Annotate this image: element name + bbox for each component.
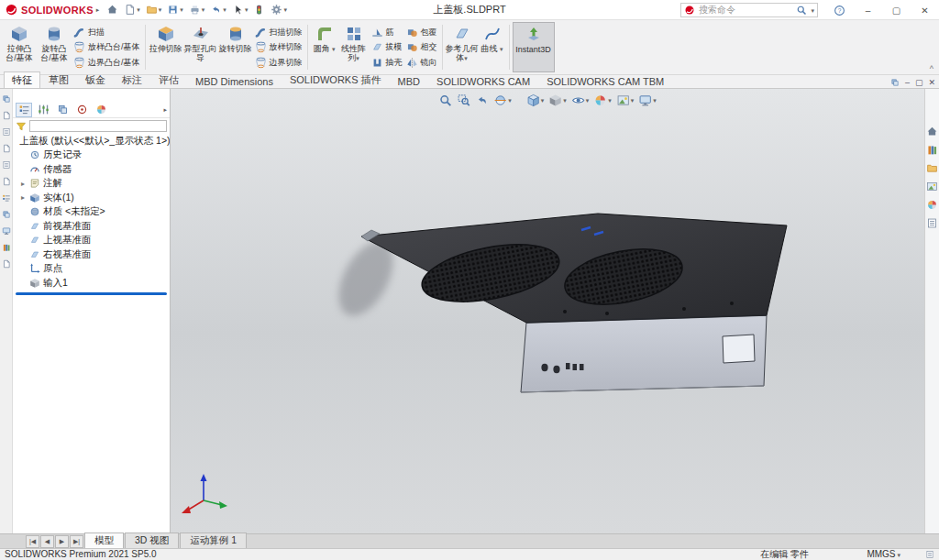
left-strip-icon[interactable] [2, 226, 11, 236]
display-style-button[interactable]: ▾ [548, 93, 567, 107]
left-strip-icon[interactable] [2, 111, 11, 120]
new-document-button[interactable]: ▾ [121, 1, 143, 19]
unit-system-selector[interactable]: MMGS ▾ [867, 549, 900, 560]
tab-evaluate[interactable]: 评估 [150, 71, 187, 88]
open-button[interactable]: ▾ [143, 1, 165, 19]
tab-display-manager[interactable] [93, 103, 109, 117]
left-strip-icon[interactable] [2, 144, 11, 153]
print-button[interactable]: ▾ [186, 1, 208, 19]
tree-item-right-plane[interactable]: 右视基准面 [13, 247, 170, 262]
options-button[interactable]: ▾ [268, 1, 290, 19]
graphics-area[interactable]: ▾ ▾ ▾ ▾ ▾ ▾ ▾ [171, 89, 924, 533]
expand-caret-icon[interactable]: ▸ [19, 193, 27, 202]
boundary-cut-button[interactable]: 边界切除 [255, 55, 303, 70]
curves-button[interactable]: 曲线 ▾ [479, 22, 506, 72]
maximize-button[interactable]: ▢ [882, 0, 911, 20]
appearances-icon[interactable] [926, 199, 938, 211]
tree-root-item[interactable]: 上盖板 (默认<<默认>_显示状态 1>) [13, 134, 170, 148]
tab-sheet-metal[interactable]: 钣金 [77, 71, 114, 88]
tree-item-origin[interactable]: 原点 [13, 262, 170, 277]
intersect-button[interactable]: 相交 [406, 40, 437, 55]
extrude-cut-button[interactable]: 拉伸切除 [149, 22, 183, 72]
view-palette-icon[interactable] [926, 181, 938, 192]
minimize-button[interactable]: – [854, 0, 882, 20]
doc-minimize-icon[interactable]: – [905, 78, 910, 87]
chevron-right-icon[interactable]: ▸ [163, 106, 167, 113]
collapse-ribbon-icon[interactable]: ^ [930, 64, 933, 73]
tab-mbd[interactable]: MBD [390, 74, 428, 88]
zoom-to-fit-button[interactable] [438, 93, 452, 107]
linear-pattern-button[interactable]: 线性阵列▾ [338, 22, 370, 72]
zoom-to-area-button[interactable] [457, 93, 470, 107]
doc-restore-icon[interactable]: ▢ [915, 78, 923, 87]
model-top-face[interactable] [361, 214, 787, 323]
custom-properties-icon[interactable] [926, 217, 938, 229]
model-viewport[interactable] [171, 89, 924, 533]
revolve-boss-button[interactable]: 旋转凸台/基体 [37, 22, 72, 72]
sweep-button[interactable]: 扫描 [73, 25, 140, 39]
instant3d-button[interactable]: Instant3D [513, 22, 555, 72]
close-button[interactable]: ✕ [911, 0, 939, 20]
tree-item-front-plane[interactable]: 前视基准面 [13, 219, 170, 234]
design-library-icon[interactable] [926, 144, 938, 156]
wrap-button[interactable]: 包覆 [406, 25, 437, 39]
tree-item-imported1[interactable]: 输入1 [13, 276, 170, 291]
tree-item-sensors[interactable]: 传感器 [13, 162, 170, 177]
left-strip-icon[interactable] [2, 177, 11, 186]
edit-appearance-button[interactable]: ▾ [593, 93, 612, 107]
tab-markup[interactable]: 标注 [114, 71, 150, 88]
tab-featuremanager-tree[interactable] [16, 103, 32, 117]
tab-configuration-manager[interactable] [54, 103, 71, 117]
hide-show-items-button[interactable]: ▾ [571, 93, 590, 107]
help-button[interactable] [825, 0, 854, 20]
tab-solidworks-addins[interactable]: SOLIDWORKS 插件 [282, 71, 390, 88]
prev-tab-button[interactable]: ◀ [40, 535, 54, 548]
fillet-button[interactable]: 圆角 ▾ [311, 22, 338, 72]
rollback-bar[interactable] [16, 292, 167, 295]
chevron-down-icon[interactable]: ▾ [811, 7, 814, 14]
tab-solidworks-cam[interactable]: SOLIDWORKS CAM [428, 74, 538, 88]
left-strip-icon[interactable] [2, 160, 11, 170]
doc-close-icon[interactable]: ✕ [928, 78, 935, 87]
left-strip-icon[interactable] [2, 243, 11, 252]
left-strip-icon[interactable] [2, 127, 11, 137]
last-tab-button[interactable]: ▶| [70, 535, 83, 548]
section-view-button[interactable]: ▾ [493, 93, 512, 107]
tab-dimxpert-manager[interactable] [73, 103, 90, 117]
left-strip-icon[interactable] [2, 193, 11, 203]
loft-boss-button[interactable]: 放样凸台/基体 [73, 40, 140, 55]
sweep-cut-button[interactable]: 扫描切除 [255, 25, 303, 39]
status-bar-icon[interactable] [925, 550, 934, 559]
tree-filter-input[interactable] [29, 120, 167, 132]
tree-item-material[interactable]: 材质 <未指定> [13, 205, 170, 220]
tab-motion-study-1[interactable]: 运动算例 1 [180, 533, 247, 548]
first-tab-button[interactable]: |◀ [26, 535, 39, 548]
tree-item-annotations[interactable]: ▸ 注解 [13, 177, 170, 192]
next-tab-button[interactable]: ▶ [55, 535, 69, 548]
command-search[interactable]: 搜索命令 ▾ [680, 3, 818, 17]
tab-mbd-dimensions[interactable]: MBD Dimensions [187, 74, 282, 88]
mirror-button[interactable]: 镜向 [406, 55, 437, 70]
left-strip-icon[interactable] [2, 259, 11, 269]
model-rect-cutout[interactable] [723, 335, 755, 363]
split-view-icon[interactable] [890, 78, 900, 87]
rib-button[interactable]: 筋 [371, 25, 403, 39]
undo-button[interactable]: ▾ [207, 1, 229, 19]
tab-sketch[interactable]: 草图 [40, 71, 77, 88]
tab-solidworks-cam-tbm[interactable]: SOLIDWORKS CAM TBM [538, 74, 672, 88]
tree-item-top-plane[interactable]: 上视基准面 [13, 234, 170, 248]
file-explorer-icon[interactable] [926, 162, 938, 174]
left-strip-icon[interactable] [2, 210, 11, 219]
reference-geometry-button[interactable]: 参考几何体▾ [446, 22, 479, 72]
shell-button[interactable]: 抽壳 [371, 55, 403, 70]
tab-property-manager[interactable] [35, 103, 51, 117]
rebuild-button[interactable] [250, 1, 268, 19]
chevron-right-icon[interactable]: ▸ [96, 6, 100, 13]
previous-view-button[interactable] [475, 93, 489, 107]
tab-model[interactable]: 模型 [84, 533, 124, 548]
loft-cut-button[interactable]: 放样切除 [255, 40, 303, 55]
left-strip-icon[interactable] [2, 94, 11, 104]
search-icon[interactable] [796, 5, 807, 16]
view-orientation-button[interactable]: ▾ [526, 93, 545, 107]
extrude-boss-button[interactable]: 拉伸凸台/基体 [2, 22, 37, 72]
